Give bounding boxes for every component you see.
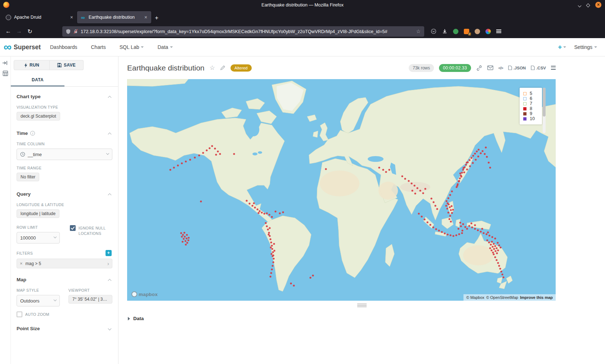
legend-scrollbar-thumb[interactable] — [543, 88, 546, 117]
edit-title-icon[interactable] — [220, 65, 225, 70]
save-button[interactable]: SAVE — [50, 60, 84, 70]
time-column-select[interactable]: __time — [17, 149, 112, 160]
downloads-icon[interactable] — [442, 28, 448, 34]
earthquake-point — [448, 218, 450, 220]
viewport-value[interactable]: 7° 35' 54.02" | 31... — [68, 295, 112, 304]
nav-dashboards[interactable]: Dashboards — [50, 44, 77, 50]
expand-panel-icon[interactable] — [2, 60, 8, 66]
maximize-button[interactable] — [587, 2, 590, 8]
deckgl-map[interactable]: 5678910 mapbox © Mapbox © OpenStreetMap … — [127, 79, 556, 301]
extension-pinwheel-icon[interactable] — [485, 29, 491, 34]
menu-hamburger-icon[interactable] — [496, 28, 501, 34]
earthquake-point — [173, 167, 175, 168]
legend-scrollbar[interactable] — [543, 88, 546, 133]
remove-filter-icon[interactable]: × — [20, 261, 23, 266]
lonlat-value[interactable]: longitude | latitude — [17, 209, 59, 218]
favorite-star-icon[interactable]: ☆ — [210, 64, 215, 72]
dataset-grid-icon[interactable] — [3, 70, 8, 76]
earthquake-point — [461, 229, 463, 231]
email-icon[interactable] — [487, 65, 493, 70]
attribution-mapbox[interactable]: © Mapbox — [466, 295, 484, 300]
new-tab-button[interactable]: + — [155, 14, 158, 22]
insecure-lock-icon[interactable] — [73, 29, 78, 34]
run-button[interactable]: RUN — [14, 60, 50, 70]
earthquake-point — [259, 210, 260, 212]
auto-zoom-checkbox[interactable] — [17, 311, 22, 317]
earthquake-point — [248, 203, 250, 204]
tab-data-panel[interactable]: DATA — [11, 74, 64, 86]
earthquake-point — [462, 223, 464, 225]
superset-logo[interactable]: ∞ Superset — [4, 42, 41, 53]
pocket-icon[interactable] — [431, 28, 436, 34]
improve-map-link[interactable]: Improve this map — [520, 295, 553, 300]
reload-button[interactable]: ↻ — [24, 28, 35, 35]
earthquake-point — [272, 265, 273, 267]
time-range-value[interactable]: No filter — [17, 173, 39, 181]
viz-type-value[interactable]: deck.gl Scatterplot — [17, 112, 60, 120]
auto-zoom-checkbox-row[interactable]: AUTO ZOOM — [17, 311, 112, 317]
mapbox-logo[interactable]: mapbox — [131, 291, 158, 297]
nav-sql-lab[interactable]: SQL Lab — [120, 44, 144, 50]
info-icon: i — [30, 131, 35, 136]
section-header[interactable]: Map — [17, 277, 112, 282]
section-header[interactable]: Query — [17, 191, 112, 197]
nav-charts[interactable]: Charts — [91, 44, 106, 50]
earthquake-point — [449, 194, 451, 196]
legend-item[interactable]: 7 — [523, 101, 540, 106]
tab-close-icon[interactable]: × — [143, 14, 148, 20]
bookmark-star-icon[interactable]: ☆ — [416, 28, 421, 34]
earthquake-point — [474, 224, 476, 226]
earthquake-point — [185, 244, 187, 245]
earthquake-point — [496, 252, 498, 254]
settings-menu[interactable]: Settings — [574, 44, 597, 50]
back-button[interactable]: ← — [3, 28, 14, 35]
close-window-button[interactable]: × — [595, 2, 601, 8]
chevron-up-icon — [108, 132, 112, 136]
panel-drag-handle[interactable] — [357, 304, 367, 307]
superset-navbar: ∞ Superset Dashboards Charts SQL Lab Dat… — [0, 38, 605, 56]
ignore-null-checkbox-row[interactable]: IGNORE NULL LOCATIONS — [70, 225, 112, 236]
tab-apache-druid[interactable]: Apache Druid × — [3, 11, 77, 23]
row-limit-select[interactable]: 100000 — [17, 232, 60, 244]
account-avatar-icon[interactable] — [475, 29, 480, 34]
map-style-select[interactable]: Outdoors — [17, 295, 60, 306]
legend-item[interactable]: 8 — [523, 106, 540, 111]
legend-item[interactable]: 5 — [523, 91, 540, 96]
filter-item[interactable]: × mag > 5 › — [17, 259, 112, 268]
export-json-button[interactable]: .JSON — [508, 65, 526, 70]
url-text[interactable]: 172.18.0.3:32108/superset/explore/?form_… — [81, 29, 413, 34]
embed-code-icon[interactable]: </> — [498, 66, 503, 70]
nav-data[interactable]: Data — [157, 44, 173, 50]
tab-earthquake-distribution[interactable]: ∞ Earthquake distribution × — [77, 11, 151, 23]
forward-button[interactable]: → — [14, 28, 24, 35]
url-bar[interactable]: 172.18.0.3:32108/superset/explore/?form_… — [62, 26, 424, 37]
map-legend[interactable]: 5678910 — [520, 88, 542, 124]
earthquake-point — [484, 153, 485, 155]
row-count-badge: 73k rows — [409, 64, 434, 72]
legend-item[interactable]: 9 — [523, 111, 540, 116]
export-csv-button[interactable]: .CSV — [531, 65, 546, 70]
extension-green-icon[interactable] — [453, 29, 458, 34]
earthquake-point — [459, 222, 461, 223]
ignore-null-checkbox[interactable] — [70, 225, 76, 231]
section-header[interactable]: Time i — [17, 131, 112, 136]
expand-filter-icon[interactable]: › — [107, 260, 109, 267]
section-header[interactable]: Chart type — [17, 94, 112, 99]
add-filter-button[interactable]: + — [106, 250, 112, 256]
earthquake-point — [293, 285, 295, 286]
legend-item[interactable]: 6 — [523, 96, 540, 101]
attribution-osm[interactable]: © OpenStreetMap — [486, 295, 518, 300]
earthquake-point — [257, 212, 259, 214]
earthquake-point — [261, 211, 263, 213]
legend-item[interactable]: 10 — [523, 116, 540, 121]
section-header[interactable]: Point Size — [17, 326, 112, 331]
earthquake-point — [468, 225, 470, 227]
data-panel-toggle[interactable]: Data — [118, 308, 605, 321]
chart-options-menu-icon[interactable] — [551, 65, 556, 70]
share-link-icon[interactable] — [476, 65, 482, 71]
tracking-shield-icon[interactable] — [66, 29, 71, 34]
minimize-button[interactable] — [578, 2, 581, 8]
extension-orange-icon[interactable]: 2 — [464, 29, 469, 34]
tab-close-icon[interactable]: × — [69, 14, 74, 20]
new-item-button[interactable]: + — [558, 43, 566, 51]
